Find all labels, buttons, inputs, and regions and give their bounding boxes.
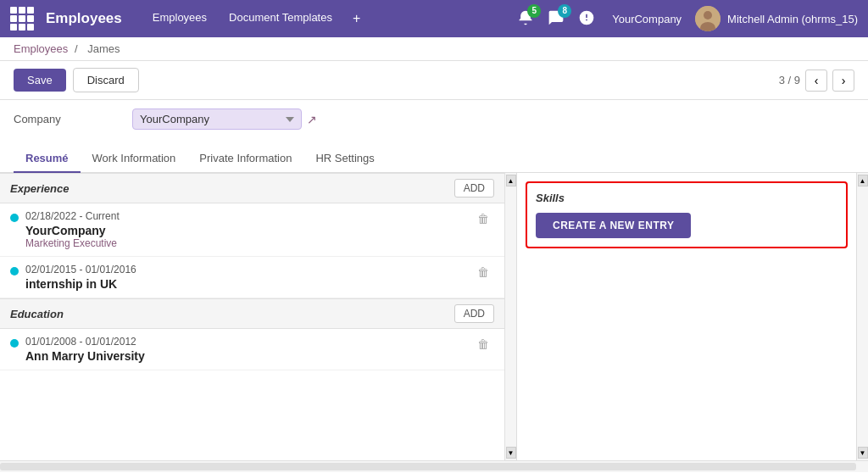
chat-badge: 8 (558, 4, 571, 18)
discard-button[interactable]: Discard (73, 68, 139, 92)
left-panel-scrollbar: ▲ ▼ (505, 173, 517, 460)
entry-content: 01/01/2008 - 01/01/2012 Ann Marry Univer… (25, 336, 465, 363)
main-content: Experience ADD 02/18/2022 - Current Your… (0, 173, 868, 472)
pagination-prev[interactable]: ‹ (805, 70, 827, 92)
breadcrumb: Employees / James (14, 42, 123, 55)
breadcrumb-current: James (87, 42, 120, 55)
tab-work-information[interactable]: Work Information (81, 145, 188, 173)
subheader: Employees / James (0, 37, 868, 61)
nav-add-button[interactable]: + (344, 6, 369, 31)
bottom-scrollbar[interactable] (0, 460, 868, 472)
entry-indicator (10, 267, 19, 275)
bottom-scrollbar-thumb (0, 463, 856, 470)
education-add-button[interactable]: ADD (454, 304, 494, 323)
breadcrumb-parent[interactable]: Employees (14, 42, 68, 55)
right-panel-scrollbar: ▲ ▼ (856, 173, 868, 460)
experience-section-header: Experience ADD (0, 173, 504, 203)
save-button[interactable]: Save (14, 69, 66, 92)
left-panel: Experience ADD 02/18/2022 - Current Your… (0, 173, 505, 460)
education-section-header: Education ADD (0, 298, 504, 329)
entry-content: 02/18/2022 - Current YourCompany Marketi… (25, 210, 465, 249)
toolbar: Save Discard 3 / 9 ‹ › (0, 61, 868, 100)
topbar: Employees Employees Document Templates +… (0, 0, 868, 37)
form-area: Company YourCompany ↗ (0, 100, 868, 145)
pagination: 3 / 9 ‹ › (779, 70, 854, 92)
chat-icon[interactable]: 8 (544, 6, 568, 32)
right-panel: Skills CREATE A NEW ENTRY (517, 173, 856, 460)
app-logo[interactable] (10, 7, 34, 31)
entry-content: 02/01/2015 - 01/01/2016 internship in UK (25, 264, 465, 291)
table-row: 01/01/2008 - 01/01/2012 Ann Marry Univer… (0, 329, 504, 370)
delete-entry-icon[interactable]: 🗑 (472, 336, 494, 353)
tab-private-information[interactable]: Private Information (187, 145, 303, 173)
main-row: Experience ADD 02/18/2022 - Current Your… (0, 173, 868, 460)
scroll-track (507, 186, 515, 447)
company-selector[interactable]: YourCompany (605, 9, 688, 29)
experience-add-button[interactable]: ADD (454, 179, 494, 198)
scroll-up-icon[interactable]: ▲ (858, 175, 868, 186)
entry-name: YourCompany (25, 224, 465, 237)
tabs: Resumé Work Information Private Informat… (0, 145, 868, 173)
company-select[interactable]: YourCompany (132, 109, 302, 130)
pagination-text: 3 / 9 (779, 74, 800, 86)
entry-indicator (10, 214, 19, 222)
top-nav: Employees Document Templates + (142, 6, 510, 31)
activity-icon[interactable] (575, 6, 598, 32)
entry-date: 02/01/2015 - 01/01/2016 (25, 264, 465, 275)
app-title: Employees (46, 10, 122, 27)
nav-employees[interactable]: Employees (142, 6, 217, 31)
tab-resume[interactable]: Resumé (14, 145, 81, 173)
scroll-down-icon[interactable]: ▼ (858, 447, 868, 459)
topbar-icons: 5 8 YourCompany Mitchell Admin (ohrms_15… (514, 6, 858, 32)
entry-date: 02/18/2022 - Current (25, 210, 465, 222)
company-label: Company (14, 113, 132, 125)
experience-title: Experience (10, 182, 69, 195)
entry-name: Ann Marry University (25, 349, 465, 363)
avatar[interactable] (695, 6, 721, 31)
company-select-wrap: YourCompany ↗ (132, 109, 317, 130)
bell-badge: 5 (527, 4, 541, 18)
entry-indicator (10, 339, 19, 348)
company-row: Company YourCompany ↗ (14, 109, 854, 130)
svg-point-1 (704, 11, 712, 19)
entry-role: Marketing Executive (25, 237, 465, 249)
education-title: Education (10, 308, 64, 320)
skills-box: Skills CREATE A NEW ENTRY (526, 181, 848, 248)
notification-bell-icon[interactable]: 5 (514, 6, 537, 32)
scroll-track-right (859, 186, 867, 447)
tab-hr-settings[interactable]: HR Settings (303, 145, 386, 173)
scroll-down-button[interactable]: ▼ (506, 447, 516, 459)
scroll-up-button[interactable]: ▲ (506, 175, 516, 186)
delete-entry-icon[interactable]: 🗑 (472, 210, 494, 227)
table-row: 02/01/2015 - 01/01/2016 internship in UK… (0, 257, 504, 298)
skills-title: Skills (536, 192, 837, 204)
table-row: 02/18/2022 - Current YourCompany Marketi… (0, 203, 504, 257)
entry-name: internship in UK (25, 277, 465, 291)
delete-entry-icon[interactable]: 🗑 (472, 264, 494, 281)
entry-date: 01/01/2008 - 01/01/2012 (25, 336, 465, 348)
create-new-entry-button[interactable]: CREATE A NEW ENTRY (536, 213, 691, 238)
nav-doc-templates[interactable]: Document Templates (219, 6, 342, 31)
breadcrumb-separator: / (75, 42, 81, 55)
user-name[interactable]: Mitchell Admin (ohrms_15) (727, 13, 858, 25)
pagination-next[interactable]: › (832, 70, 854, 92)
external-link-icon[interactable]: ↗ (307, 113, 317, 126)
